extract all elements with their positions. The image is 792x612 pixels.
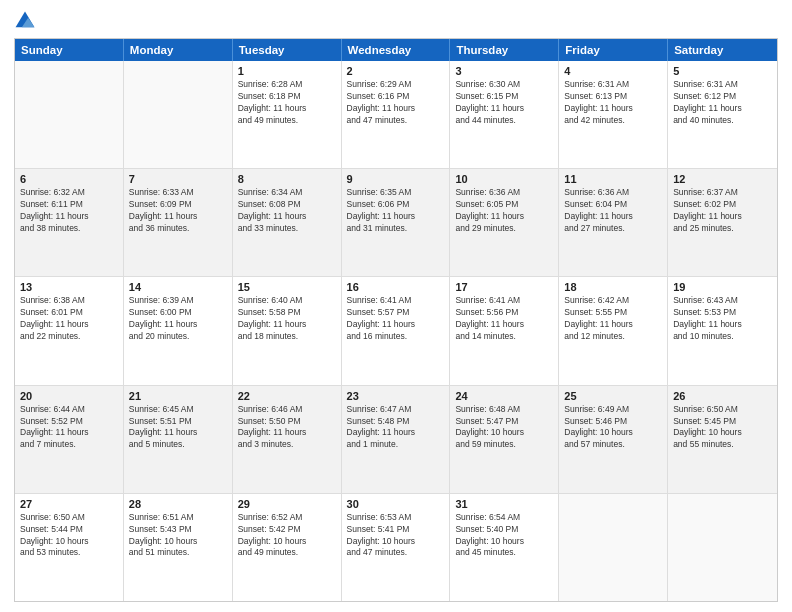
cell-info-line: and 42 minutes. [564,115,662,127]
cell-info-line: Sunset: 5:53 PM [673,307,772,319]
cell-info-line: Sunrise: 6:29 AM [347,79,445,91]
day-number: 23 [347,390,445,402]
cell-info-line: and 47 minutes. [347,547,445,559]
cal-cell: 2Sunrise: 6:29 AMSunset: 6:16 PMDaylight… [342,61,451,168]
cal-cell [15,61,124,168]
cell-info-line: Sunrise: 6:32 AM [20,187,118,199]
cell-info-line: Sunrise: 6:52 AM [238,512,336,524]
cal-cell: 9Sunrise: 6:35 AMSunset: 6:06 PMDaylight… [342,169,451,276]
cell-info-line: Sunrise: 6:36 AM [564,187,662,199]
cell-info-line: Sunrise: 6:39 AM [129,295,227,307]
cell-info-line: Daylight: 11 hours [347,427,445,439]
cell-info-line: Sunset: 5:40 PM [455,524,553,536]
cal-cell: 1Sunrise: 6:28 AMSunset: 6:18 PMDaylight… [233,61,342,168]
cell-info-line: and 49 minutes. [238,547,336,559]
cal-cell: 13Sunrise: 6:38 AMSunset: 6:01 PMDayligh… [15,277,124,384]
cell-info-line: Sunrise: 6:45 AM [129,404,227,416]
header-friday: Friday [559,39,668,61]
header [14,10,778,32]
cell-info-line: Sunrise: 6:28 AM [238,79,336,91]
calendar-header: SundayMondayTuesdayWednesdayThursdayFrid… [15,39,777,61]
header-wednesday: Wednesday [342,39,451,61]
day-number: 15 [238,281,336,293]
cell-info-line: Daylight: 10 hours [347,536,445,548]
cell-info-line: Sunrise: 6:30 AM [455,79,553,91]
cell-info-line: Daylight: 10 hours [564,427,662,439]
day-number: 30 [347,498,445,510]
cell-info-line: and 27 minutes. [564,223,662,235]
header-tuesday: Tuesday [233,39,342,61]
cell-info-line: Daylight: 11 hours [347,103,445,115]
cell-info-line: and 59 minutes. [455,439,553,451]
cell-info-line: Sunrise: 6:47 AM [347,404,445,416]
day-number: 11 [564,173,662,185]
cell-info-line: Sunset: 6:04 PM [564,199,662,211]
cell-info-line: Sunset: 6:08 PM [238,199,336,211]
cell-info-line: Daylight: 10 hours [20,536,118,548]
cell-info-line: Sunrise: 6:42 AM [564,295,662,307]
calendar-body: 1Sunrise: 6:28 AMSunset: 6:18 PMDaylight… [15,61,777,601]
cell-info-line: Daylight: 11 hours [455,319,553,331]
cal-cell: 23Sunrise: 6:47 AMSunset: 5:48 PMDayligh… [342,386,451,493]
cell-info-line: Sunrise: 6:36 AM [455,187,553,199]
cell-info-line: and 49 minutes. [238,115,336,127]
cell-info-line: and 20 minutes. [129,331,227,343]
cell-info-line: Sunset: 6:18 PM [238,91,336,103]
day-number: 4 [564,65,662,77]
week-row-3: 13Sunrise: 6:38 AMSunset: 6:01 PMDayligh… [15,276,777,384]
cal-cell [124,61,233,168]
cell-info-line: Sunrise: 6:54 AM [455,512,553,524]
cal-cell: 12Sunrise: 6:37 AMSunset: 6:02 PMDayligh… [668,169,777,276]
cell-info-line: Daylight: 11 hours [238,427,336,439]
cell-info-line: Sunset: 6:09 PM [129,199,227,211]
cell-info-line: and 44 minutes. [455,115,553,127]
cell-info-line: Daylight: 11 hours [564,319,662,331]
cell-info-line: Sunrise: 6:49 AM [564,404,662,416]
cell-info-line: Sunset: 6:02 PM [673,199,772,211]
cell-info-line: Daylight: 11 hours [20,427,118,439]
cell-info-line: Sunset: 6:12 PM [673,91,772,103]
cell-info-line: Sunset: 5:52 PM [20,416,118,428]
cal-cell: 10Sunrise: 6:36 AMSunset: 6:05 PMDayligh… [450,169,559,276]
day-number: 16 [347,281,445,293]
week-row-1: 1Sunrise: 6:28 AMSunset: 6:18 PMDaylight… [15,61,777,168]
cell-info-line: Sunrise: 6:31 AM [564,79,662,91]
cal-cell: 28Sunrise: 6:51 AMSunset: 5:43 PMDayligh… [124,494,233,601]
cal-cell: 19Sunrise: 6:43 AMSunset: 5:53 PMDayligh… [668,277,777,384]
week-row-4: 20Sunrise: 6:44 AMSunset: 5:52 PMDayligh… [15,385,777,493]
cell-info-line: Sunset: 5:56 PM [455,307,553,319]
day-number: 18 [564,281,662,293]
day-number: 29 [238,498,336,510]
cell-info-line: Daylight: 11 hours [564,103,662,115]
cal-cell: 8Sunrise: 6:34 AMSunset: 6:08 PMDaylight… [233,169,342,276]
day-number: 14 [129,281,227,293]
cell-info-line: Daylight: 11 hours [673,319,772,331]
cell-info-line: Daylight: 11 hours [20,319,118,331]
cell-info-line: Daylight: 11 hours [129,319,227,331]
calendar: SundayMondayTuesdayWednesdayThursdayFrid… [14,38,778,602]
cal-cell: 3Sunrise: 6:30 AMSunset: 6:15 PMDaylight… [450,61,559,168]
cell-info-line: Daylight: 11 hours [238,211,336,223]
cell-info-line: and 16 minutes. [347,331,445,343]
cell-info-line: Daylight: 11 hours [455,211,553,223]
cell-info-line: and 14 minutes. [455,331,553,343]
week-row-5: 27Sunrise: 6:50 AMSunset: 5:44 PMDayligh… [15,493,777,601]
cell-info-line: Sunset: 6:15 PM [455,91,553,103]
cal-cell: 27Sunrise: 6:50 AMSunset: 5:44 PMDayligh… [15,494,124,601]
day-number: 26 [673,390,772,402]
day-number: 8 [238,173,336,185]
day-number: 2 [347,65,445,77]
cal-cell: 17Sunrise: 6:41 AMSunset: 5:56 PMDayligh… [450,277,559,384]
cell-info-line: Sunrise: 6:40 AM [238,295,336,307]
day-number: 13 [20,281,118,293]
cell-info-line: Sunset: 5:48 PM [347,416,445,428]
cell-info-line: and 29 minutes. [455,223,553,235]
header-saturday: Saturday [668,39,777,61]
cell-info-line: Daylight: 10 hours [129,536,227,548]
cal-cell: 22Sunrise: 6:46 AMSunset: 5:50 PMDayligh… [233,386,342,493]
cell-info-line: Daylight: 11 hours [238,103,336,115]
day-number: 22 [238,390,336,402]
cal-cell: 31Sunrise: 6:54 AMSunset: 5:40 PMDayligh… [450,494,559,601]
cell-info-line: and 47 minutes. [347,115,445,127]
cell-info-line: and 10 minutes. [673,331,772,343]
